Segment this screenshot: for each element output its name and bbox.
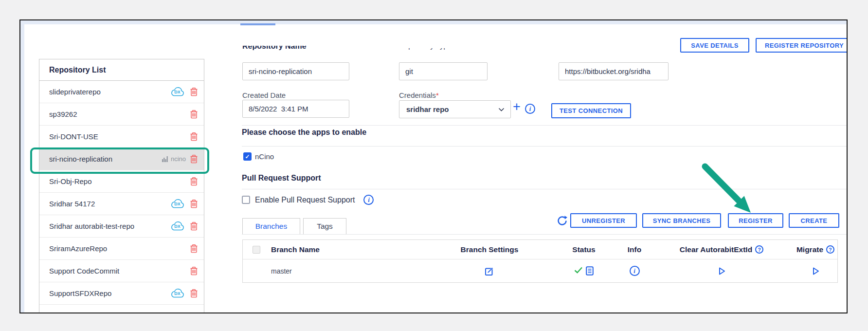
delete-repository-icon[interactable] — [190, 132, 198, 141]
section-divider — [242, 189, 847, 189]
repository-item-badges: DX — [168, 288, 198, 299]
branch-table: Branch Name Branch Settings Status Info … — [242, 239, 838, 283]
ncino-app-row: nCino — [243, 152, 274, 161]
app-window: Repository List slideprivaterepo DX sp39… — [19, 19, 848, 313]
delete-repository-icon[interactable] — [190, 244, 198, 253]
status-log-icon[interactable] — [586, 266, 594, 276]
save-details-button[interactable]: SAVE DETAILS — [680, 38, 749, 53]
ncino-checkbox-label: nCino — [255, 152, 274, 161]
enable-pr-checkbox[interactable] — [242, 196, 250, 204]
repository-item-badges: DX — [168, 221, 198, 232]
select-all-checkbox[interactable] — [253, 246, 260, 254]
column-info: Info — [619, 245, 650, 254]
delete-repository-icon[interactable] — [190, 199, 198, 208]
tabs-divider — [242, 234, 847, 235]
tab-tags[interactable]: Tags — [303, 218, 346, 234]
branch-info-icon[interactable]: i — [630, 266, 640, 276]
repository-name-label-clipped: Repository Name — [242, 46, 359, 52]
repository-item-badges: DX — [168, 86, 198, 98]
repository-list-item[interactable]: sri-ncino-replication ncino — [39, 148, 204, 170]
repository-url-input[interactable]: https://bitbucket.org/sridha — [559, 62, 669, 80]
repository-list-panel: Repository List slideprivaterepo DX sp39… — [39, 59, 204, 313]
repository-item-badges — [190, 266, 198, 276]
refresh-branches-icon[interactable] — [556, 214, 568, 227]
column-migrate: Migrate ? — [794, 245, 837, 254]
tab-branches[interactable]: Branches — [242, 218, 300, 234]
repository-list-item[interactable]: slideprivaterepo DX — [39, 81, 204, 103]
repository-list-item[interactable]: Sridhar 54172 DX — [39, 193, 204, 215]
register-button[interactable]: REGISTER — [728, 213, 783, 228]
migrate-run-icon[interactable] — [812, 267, 819, 276]
salesforce-dx-badge-icon: DX — [168, 288, 186, 299]
window-left-strip — [20, 20, 24, 313]
migrate-help-icon[interactable]: ? — [826, 245, 834, 254]
branch-table-row: master — [243, 259, 837, 282]
created-date-input[interactable]: 8/5/2022 3:41 PM — [242, 100, 349, 118]
ncino-checkbox[interactable] — [243, 152, 252, 161]
credentials-label: Credentials* — [399, 91, 439, 99]
credentials-dropdown[interactable]: sridhar repo — [399, 100, 511, 118]
test-connection-button[interactable]: TEST CONNECTION — [551, 103, 631, 118]
enable-pr-row: Enable Pull Request Support i — [242, 195, 374, 205]
pull-request-heading: Pull Request Support — [242, 174, 321, 183]
delete-repository-icon[interactable] — [190, 154, 198, 164]
branch-table-header: Branch Name Branch Settings Status Info … — [243, 240, 837, 259]
sync-branches-button[interactable]: SYNC BRANCHES — [642, 213, 721, 228]
register-repository-button[interactable]: REGISTER REPOSITORY — [756, 38, 848, 53]
delete-repository-icon[interactable] — [190, 266, 198, 276]
delete-repository-icon[interactable] — [190, 289, 198, 298]
repository-item-label: sp39262 — [49, 110, 190, 118]
active-page-tab-indicator — [240, 23, 275, 25]
repository-item-label: slideprivaterepo — [49, 88, 168, 96]
credentials-selected-value: sridhar repo — [405, 105, 449, 113]
repository-list-item[interactable]: SriramAzureRepo — [39, 238, 204, 260]
repository-list-items: slideprivaterepo DX sp39262 — [39, 81, 204, 305]
repository-name-input[interactable]: sri-ncino-replication — [242, 62, 349, 80]
create-button[interactable]: CREATE — [789, 213, 839, 228]
repository-list-title: Repository List — [39, 59, 204, 81]
repository-list-item[interactable]: sp39262 — [39, 103, 204, 126]
repository-list-item[interactable]: Support CodeCommit — [39, 260, 204, 282]
delete-repository-icon[interactable] — [190, 110, 198, 119]
section-divider — [242, 125, 847, 126]
repository-list-item[interactable]: Sridhar autorabit-test-repo DX — [39, 215, 204, 238]
salesforce-dx-badge-icon: DX — [168, 198, 186, 210]
window-top-strip — [20, 20, 847, 24]
repository-type-label-clipped: Repository Type — [399, 48, 482, 51]
repository-type-input[interactable]: git — [399, 62, 488, 80]
clear-autorabitextid-help-icon[interactable]: ? — [755, 245, 763, 254]
status-success-check-icon — [574, 267, 583, 275]
repository-list-item[interactable]: Sri-Obj-Repo — [39, 170, 204, 193]
svg-text:DX: DX — [174, 90, 181, 94]
chevron-down-icon — [498, 108, 505, 111]
created-date-label: Created Date — [242, 91, 286, 99]
column-status: Status — [548, 245, 619, 254]
clear-autorabitextid-run-icon[interactable] — [718, 267, 725, 276]
enable-pr-label: Enable Pull Request Support — [255, 196, 355, 204]
apps-section-heading: Please choose the apps to enable — [242, 128, 366, 137]
repository-item-label: Sri-Obj-Repo — [49, 177, 190, 185]
delete-repository-icon[interactable] — [190, 87, 198, 96]
branch-name-cell: master — [270, 267, 431, 275]
repository-item-label: Support CodeCommit — [49, 267, 190, 275]
salesforce-dx-badge-icon: DX — [168, 221, 186, 232]
column-branch-name: Branch Name — [270, 245, 431, 254]
repository-item-label: Sridhar autorabit-test-repo — [49, 222, 168, 230]
column-clear-autorabitextid: Clear AutorabitExtId ? — [650, 245, 794, 254]
unregister-button[interactable]: UNREGISTER — [570, 213, 637, 228]
repository-item-badges — [190, 110, 198, 119]
add-credential-icon[interactable]: + — [513, 100, 521, 113]
credentials-info-icon[interactable]: i — [525, 104, 535, 114]
repository-item-label: sri-ncino-replication — [49, 155, 162, 163]
repository-item-badges: DX — [168, 198, 198, 210]
repository-item-badges — [190, 132, 198, 141]
required-asterisk: * — [436, 91, 439, 99]
enable-pr-info-icon[interactable]: i — [363, 195, 374, 205]
delete-repository-icon[interactable] — [190, 221, 198, 231]
repository-item-badges — [190, 177, 198, 186]
column-branch-settings: Branch Settings — [431, 245, 548, 254]
repository-list-item[interactable]: Sri-DONT-USE — [39, 126, 204, 148]
branch-settings-edit-icon[interactable] — [485, 266, 494, 276]
delete-repository-icon[interactable] — [190, 177, 198, 186]
repository-list-item[interactable]: SupportSFDXRepo DX — [39, 282, 204, 305]
